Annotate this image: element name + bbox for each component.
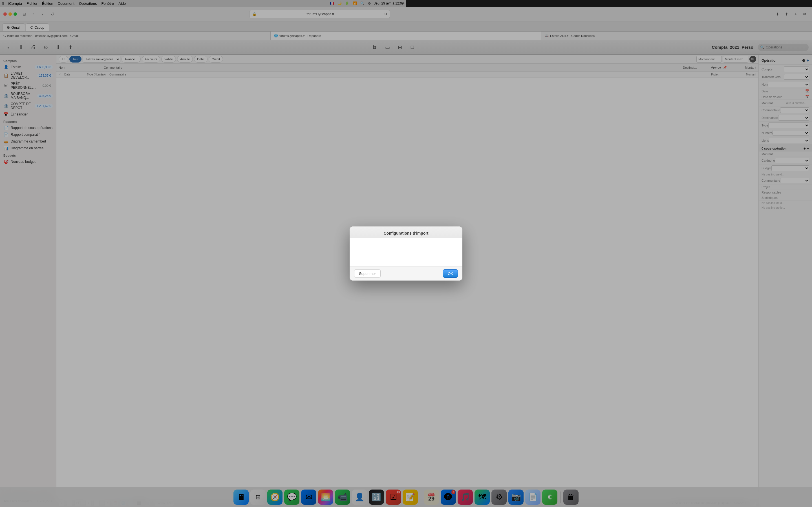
modal-body [350,238,406,253]
modal-overlay[interactable]: Configurations d'import Supprimer OK [0,0,406,253]
modal-title: Configurations d'import [384,231,406,235]
modal-header: Configurations d'import [350,226,406,238]
modal-dialog: Configurations d'import Supprimer OK [350,226,406,253]
